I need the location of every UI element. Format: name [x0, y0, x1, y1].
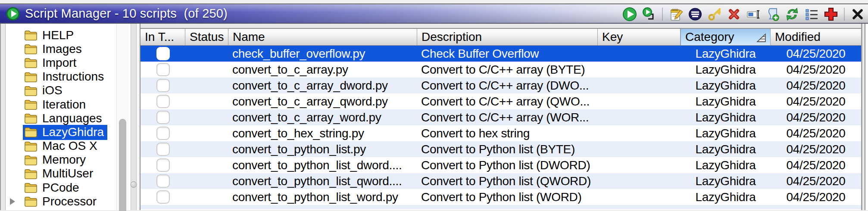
in-tool-checkbox[interactable] — [156, 95, 170, 108]
folder-icon — [24, 195, 38, 208]
window-top-strip — [0, 0, 868, 3]
tree-scrollbar-thumb[interactable] — [119, 119, 126, 211]
column-header-label: Category — [685, 30, 734, 44]
folder-icon — [24, 56, 38, 69]
in-tool-checkbox[interactable] — [156, 127, 170, 140]
table-body: check_buffer_overflow.py Check Buffer Ov… — [141, 46, 861, 210]
in-tool-checkbox[interactable] — [156, 111, 170, 124]
in-tool-checkbox[interactable] — [156, 190, 170, 204]
tree-item-label: Processor — [42, 195, 97, 208]
new-script-button[interactable] — [765, 6, 781, 22]
folder-icon — [24, 154, 38, 166]
edit-script-icon — [668, 7, 683, 22]
table-row[interactable]: convert_to_python_list_dword.... Convert… — [141, 157, 861, 173]
script-directories-button[interactable] — [804, 6, 819, 22]
category-cell: LazyGhidra — [681, 158, 771, 172]
edit-in-eclipse-button[interactable] — [687, 6, 703, 22]
run-script-button[interactable] — [622, 6, 637, 22]
tree-item-label: Import — [42, 56, 76, 70]
table-row[interactable]: convert_to_python_list_word.py Convert t… — [141, 189, 861, 205]
table-row[interactable]: convert_to_c_array_dword.py Convert to C… — [141, 78, 861, 93]
table-row[interactable]: convert_to_c_array_word.py Convert to C/… — [141, 109, 861, 125]
sidebar-item-multiuser[interactable]: MultiUser — [6, 167, 116, 181]
in-tool-checkbox[interactable] — [156, 63, 170, 76]
modified-cell: 04/25/2020 — [771, 174, 861, 188]
sidebar-item-lazyghidra[interactable]: LazyGhidra — [6, 125, 116, 139]
description-cell: Convert to hex string — [417, 127, 598, 140]
folder-icon — [24, 29, 38, 41]
in-tool-checkbox[interactable] — [156, 79, 170, 92]
divider-grip[interactable] — [131, 181, 137, 188]
window-right-frame — [862, 24, 865, 210]
column-header-modified[interactable]: Modified — [771, 29, 861, 45]
run-last-script-button[interactable] — [641, 6, 657, 22]
sidebar-item-processor[interactable]: Processor — [6, 195, 116, 208]
sidebar-item-mac-os-x[interactable]: Mac OS X — [6, 140, 116, 153]
help-button[interactable] — [823, 6, 839, 22]
refresh-icon — [785, 7, 799, 22]
window-title: Script Manager - 10 scripts (of 250) — [25, 6, 228, 21]
tree-scrollbar[interactable] — [116, 24, 128, 210]
run-last-icon — [642, 7, 656, 22]
category-cell: LazyGhidra — [681, 95, 771, 109]
table-row[interactable]: convert_to_python_list_qword.... Convert… — [141, 173, 861, 189]
name-cell: convert_to_hex_string.py — [228, 127, 417, 140]
category-cell: LazyGhidra — [681, 174, 771, 188]
sidebar-item-images[interactable]: Images — [6, 42, 116, 56]
assign-keybinding-button[interactable] — [707, 6, 722, 22]
category-cell: LazyGhidra — [681, 79, 771, 93]
tree-item-label: LazyGhidra — [42, 125, 104, 139]
description-cell: Convert to Python list (WORD) — [417, 190, 598, 204]
name-cell: convert_to_c_array.py — [228, 63, 417, 77]
sidebar-item-languages[interactable]: Languages — [6, 112, 116, 125]
description-cell: Convert to C/C++ array (WOR... — [417, 111, 598, 124]
script-manager-play-icon — [6, 6, 20, 21]
folder-icon — [24, 71, 38, 83]
table-row[interactable]: check_buffer_overflow.py Check Buffer Ov… — [141, 46, 861, 62]
table-row[interactable]: convert_to_c_array_qword.py Convert to C… — [141, 93, 861, 109]
refresh-script-list-button[interactable] — [784, 6, 800, 22]
column-header-status[interactable]: Status — [185, 29, 228, 45]
sidebar-item-memory[interactable]: Memory — [6, 153, 116, 167]
sidebar-item-help[interactable]: HELP — [6, 28, 116, 42]
script-directories-icon — [804, 7, 819, 22]
split-divider[interactable] — [131, 24, 137, 210]
edit-script-button[interactable] — [668, 6, 684, 22]
name-cell: convert_to_python_list_dword.... — [228, 158, 417, 172]
name-cell: convert_to_c_array_word.py — [228, 111, 417, 124]
modified-cell: 04/25/2020 — [771, 63, 861, 77]
tree-item-label: MultiUser — [42, 167, 93, 180]
column-header-name[interactable]: Name — [228, 29, 417, 45]
table-row[interactable]: convert_to_python_list.py Convert to Pyt… — [141, 141, 861, 157]
table-row[interactable]: convert_to_hex_string.py Convert to hex … — [141, 125, 861, 141]
sidebar-item-iteration[interactable]: Iteration — [6, 98, 116, 112]
sidebar-item-import[interactable]: Import — [6, 56, 116, 70]
expand-triangle-icon[interactable] — [10, 198, 15, 205]
window-content: HELP Images Import Instructions iOS Iter… — [0, 24, 868, 210]
key-icon — [707, 7, 722, 22]
in-tool-checkbox[interactable] — [156, 143, 170, 156]
close-window-button[interactable] — [850, 6, 865, 22]
modified-cell: 04/25/2020 — [771, 190, 861, 204]
sidebar-item-instructions[interactable]: Instructions — [6, 70, 116, 84]
column-header-key[interactable]: Key — [598, 29, 681, 45]
table-row[interactable]: convert_to_c_array.py Convert to C/C++ a… — [141, 62, 861, 78]
description-cell: Convert to Python list (QWORD) — [417, 174, 598, 188]
in-tool-checkbox[interactable] — [156, 158, 170, 172]
in-tool-checkbox[interactable] — [156, 47, 170, 60]
column-header-in-tool[interactable]: In T... — [141, 29, 185, 45]
name-cell: convert_to_c_array_qword.py — [228, 95, 417, 109]
titlebar-toolbar — [622, 4, 865, 24]
column-header-description[interactable]: Description — [417, 29, 598, 45]
toolbar-separator — [844, 8, 845, 21]
rename-script-button[interactable] — [746, 6, 761, 22]
category-cell: LazyGhidra — [681, 111, 771, 124]
tree-item-label: Iteration — [42, 98, 86, 112]
sidebar-item-pcode[interactable]: PCode — [6, 181, 116, 195]
delete-x-icon — [727, 7, 741, 22]
in-tool-checkbox[interactable] — [156, 174, 170, 188]
delete-script-button[interactable] — [726, 6, 742, 22]
sidebar-item-ios[interactable]: iOS — [6, 84, 116, 98]
column-header-category[interactable]: Category — [681, 29, 771, 45]
new-script-icon — [765, 7, 780, 22]
